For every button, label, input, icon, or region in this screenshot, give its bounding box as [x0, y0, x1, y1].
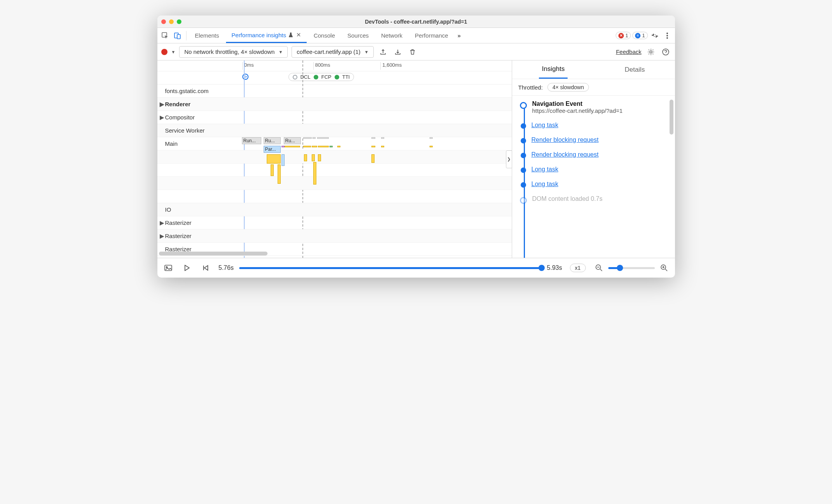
right-tabs: Insights Details — [512, 60, 675, 79]
import-icon[interactable] — [392, 47, 403, 57]
timeline-pane[interactable]: 0ms 800ms 1,600ms ⟳ DCL FCP TTI — [157, 60, 512, 258]
track-row[interactable]: Main — [157, 137, 512, 150]
horizontal-scrollbar[interactable] — [159, 252, 268, 255]
tab-console[interactable]: Console — [308, 28, 340, 43]
track-row[interactable] — [157, 150, 512, 164]
page-label: coffee-cart.netlify.app (1) — [297, 48, 361, 55]
record-button[interactable] — [161, 49, 167, 55]
track-row[interactable]: Service Worker — [157, 124, 512, 137]
device-toggle-icon[interactable] — [172, 30, 183, 41]
dcl-dot — [293, 75, 297, 79]
speed-chip[interactable]: x1 — [570, 264, 586, 272]
errors-count: 1 — [625, 33, 628, 38]
insight-event: Long task — [521, 166, 671, 173]
time-end: 5.93s — [547, 264, 562, 271]
tab-close-icon[interactable]: ✕ — [296, 31, 301, 38]
svg-point-5 — [666, 37, 668, 39]
kebab-menu-icon[interactable] — [662, 30, 673, 41]
tab-sources[interactable]: Sources — [342, 28, 374, 43]
throttle-chip[interactable]: 4× slowdown — [547, 83, 589, 91]
caret-icon: ▶ — [160, 114, 165, 121]
messages-badge[interactable]: ≡ 1 — [632, 32, 647, 39]
markers-row: ⟳ DCL FCP TTI — [157, 71, 512, 85]
messages-count: 1 — [642, 33, 645, 38]
track-label: fonts.gstatic.com — [165, 88, 209, 94]
more-tabs-icon[interactable]: » — [455, 32, 463, 39]
throttle-row: Throttled: 4× slowdown — [512, 79, 675, 96]
play-icon[interactable] — [181, 262, 192, 273]
time-slider[interactable] — [239, 267, 542, 269]
svg-point-4 — [666, 35, 668, 36]
axis-tick: 800ms — [313, 62, 330, 70]
event-node — [521, 153, 526, 158]
right-scrollbar[interactable] — [670, 100, 673, 135]
skip-back-icon[interactable] — [200, 262, 211, 273]
zoom-slider[interactable] — [608, 267, 655, 269]
tab-elements[interactable]: Elements — [190, 28, 225, 43]
chevron-down-icon: ▼ — [278, 50, 283, 54]
tti-dot — [335, 75, 339, 79]
errors-badge[interactable]: ✕ 1 — [616, 32, 631, 39]
dcl-label: DCL — [300, 74, 311, 80]
chevron-down-icon: ▼ — [364, 50, 369, 54]
inspect-icon[interactable] — [160, 30, 171, 41]
page-dropdown[interactable]: coffee-cart.netlify.app (1) ▼ — [292, 46, 373, 58]
event-node — [520, 197, 527, 204]
track-label: Compositor — [165, 114, 195, 121]
slider-thumb[interactable] — [539, 265, 545, 271]
export-icon[interactable] — [378, 47, 388, 57]
navigation-marker[interactable]: ⟳ — [242, 74, 249, 80]
zoom-out-icon[interactable] — [594, 262, 604, 273]
track-row[interactable]: ▶Compositor — [157, 111, 512, 124]
svg-point-9 — [166, 267, 167, 268]
insights-list[interactable]: Navigation Event https://coffee-cart.net… — [512, 96, 675, 258]
tab-network[interactable]: Network — [376, 28, 408, 43]
insight-link[interactable]: Render blocking request — [532, 151, 599, 158]
track-row[interactable]: ▶Renderer — [157, 98, 512, 111]
window-title: DevTools - coffee-cart.netlify.app/?ad=1 — [157, 19, 675, 25]
tab-performance[interactable]: Performance — [409, 28, 454, 43]
record-menu-caret[interactable]: ▼ — [171, 50, 176, 54]
event-node — [521, 182, 526, 188]
insight-link[interactable]: Long task — [532, 181, 558, 187]
throttling-label: No network throttling, 4× slowdown — [184, 48, 274, 55]
track-row[interactable] — [157, 177, 512, 190]
help-icon[interactable] — [660, 47, 671, 57]
nav-event-url: https://coffee-cart.netlify.app/?ad=1 — [532, 107, 623, 114]
tab-details[interactable]: Details — [621, 60, 648, 79]
zoom-in-icon[interactable] — [659, 262, 670, 273]
feedback-link[interactable]: Feedback — [616, 48, 642, 55]
fcp-label: FCP — [321, 74, 331, 80]
tab-label: Performance insights — [231, 32, 286, 38]
insight-link[interactable]: Long task — [532, 122, 558, 128]
screenshot-icon[interactable] — [163, 262, 174, 273]
track-row[interactable]: fonts.gstatic.com — [157, 85, 512, 98]
delete-icon[interactable] — [407, 47, 418, 57]
settings-icon[interactable] — [649, 30, 660, 41]
zoom-thumb[interactable] — [617, 265, 623, 271]
insight-event-cutoff: DOM content loaded 0.7s — [521, 195, 671, 204]
panel-tabs: Elements Performance insights ✕ Console … — [157, 28, 675, 43]
insight-event: Long task — [521, 181, 671, 188]
insights-toolbar: ▼ No network throttling, 4× slowdown ▼ c… — [157, 43, 675, 60]
track-label: Main — [165, 140, 178, 147]
insight-link[interactable]: Long task — [532, 166, 558, 173]
track-row[interactable]: ▶Rasterizer — [157, 216, 512, 230]
nav-event-title: Navigation Event — [532, 100, 623, 107]
insight-event: Navigation Event https://coffee-cart.net… — [521, 100, 671, 114]
track-row[interactable] — [157, 164, 512, 177]
event-node — [521, 138, 526, 143]
throttling-dropdown[interactable]: No network throttling, 4× slowdown ▼ — [179, 46, 288, 58]
metrics-pill[interactable]: DCL FCP TTI — [288, 73, 354, 81]
sidebar-expand-handle[interactable]: ❯ — [506, 150, 512, 168]
track-row[interactable]: ▶Rasterizer — [157, 230, 512, 243]
caret-icon: ▶ — [160, 219, 165, 226]
tab-performance-insights[interactable]: Performance insights ✕ — [226, 28, 307, 43]
track-row[interactable] — [157, 190, 512, 203]
cutoff-label: DOM content loaded 0.7s — [532, 195, 602, 202]
insight-event: Render blocking request — [521, 136, 671, 143]
gear-icon[interactable] — [646, 47, 656, 57]
track-row[interactable]: IO — [157, 203, 512, 216]
insight-link[interactable]: Render blocking request — [532, 136, 599, 143]
tab-insights[interactable]: Insights — [539, 60, 568, 79]
